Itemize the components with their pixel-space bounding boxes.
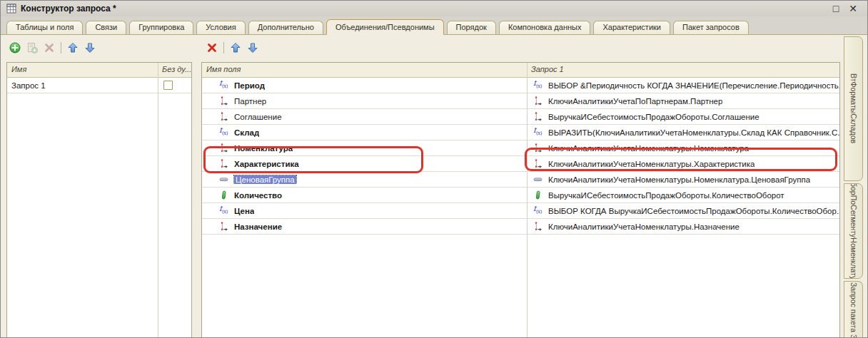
column-header-query1[interactable]: Запрос 1 bbox=[527, 63, 839, 77]
side-tab-strip: ВтФорматыСкладов ОтборПоСегментуНоменкла… bbox=[844, 36, 863, 338]
table-row[interactable]: Соглашение ВыручкаИСебестоимостьПродажОб… bbox=[202, 109, 839, 125]
field-expression: ВыручкаИСебестоимостьПродажОбороты.Согла… bbox=[548, 113, 760, 121]
toolbar-separator bbox=[223, 42, 224, 53]
dimension-icon bbox=[533, 143, 545, 153]
dimension-icon bbox=[533, 112, 545, 121]
side-tab-otborposegmentu[interactable]: ОтборПоСегментуНоменклатуры bbox=[844, 183, 863, 279]
fx-icon: f(x) bbox=[533, 206, 545, 215]
query-designer-window: { "window": { "title": "Конструктор запр… bbox=[0, 0, 868, 338]
column-divider bbox=[527, 63, 528, 338]
plain-field-icon bbox=[219, 175, 231, 184]
tab-tables-fields[interactable]: Таблицы и поля bbox=[6, 21, 83, 34]
field-name: Партнер bbox=[234, 97, 266, 106]
field-expression: ВЫРАЗИТЬ(КлючиАналитикиУчетаНоменклатуры… bbox=[548, 128, 839, 137]
title-bar: Конструктор запроса * □ ✕ bbox=[1, 1, 867, 16]
dimension-icon bbox=[533, 159, 545, 168]
table-row[interactable]: f(x) Цена f(x) ВЫБОР КОГДА ВыручкаИСебес… bbox=[202, 203, 839, 219]
fields-table-header: Имя поля Запрос 1 bbox=[202, 63, 839, 78]
field-name: ЦеноваяГруппа bbox=[234, 175, 296, 184]
query-name[interactable]: Запрос 1 bbox=[7, 81, 158, 90]
field-expression: КлючиАналитикиУчетаНоменклатуры.Характер… bbox=[548, 160, 755, 168]
field-expression: КлючиАналитикиУчетаНоменклатуры.Назначен… bbox=[548, 222, 740, 231]
move-query-down-button[interactable] bbox=[84, 42, 96, 53]
dimension-icon bbox=[219, 112, 231, 121]
delete-field-button[interactable] bbox=[206, 42, 218, 53]
table-row[interactable]: Характеристика КлючиАналитикиУчетаНоменк… bbox=[202, 156, 839, 172]
tab-links[interactable]: Связи bbox=[86, 21, 126, 34]
column-header-no-duplicates[interactable]: Без ду... bbox=[158, 63, 191, 77]
dimension-icon bbox=[219, 159, 231, 168]
copy-query-button[interactable] bbox=[26, 42, 38, 53]
queries-table-header: Имя Без ду... bbox=[7, 63, 191, 78]
field-name: Соглашение bbox=[234, 113, 282, 121]
add-query-button[interactable] bbox=[9, 42, 21, 53]
unions-aliases-page: Имя Без ду... Запрос 1 Имя поля Запрос 1… bbox=[1, 35, 867, 338]
maximize-button[interactable]: □ bbox=[833, 4, 839, 14]
move-query-up-button[interactable] bbox=[67, 42, 79, 53]
table-row[interactable]: Назначение КлючиАналитикиУчетаНоменклату… bbox=[202, 219, 839, 235]
field-name: Назначение bbox=[234, 222, 282, 231]
field-expression: КлючиАналитикиУчетаНоменклатуры.Номенкла… bbox=[548, 144, 749, 153]
field-name: Количество bbox=[234, 191, 282, 200]
field-name: Период bbox=[234, 81, 265, 90]
tab-data-composition[interactable]: Компоновка данных bbox=[499, 21, 591, 34]
fx-icon: f(x) bbox=[219, 81, 231, 90]
field-expression: ВЫБОР КОГДА ВыручкаИСебестоимостьПродажО… bbox=[548, 207, 839, 215]
tab-order[interactable]: Порядок bbox=[447, 21, 496, 34]
side-tab-vtformatysklado[interactable]: ВтФорматыСкладов bbox=[844, 36, 863, 181]
fields-toolbar bbox=[206, 41, 258, 55]
tab-characteristics[interactable]: Характеристики bbox=[593, 21, 670, 34]
dimension-icon bbox=[219, 222, 231, 231]
field-name: Характеристика bbox=[234, 160, 299, 168]
table-row[interactable]: Партнер КлючиАналитикиУчетаПоПартнерам.П… bbox=[202, 93, 839, 109]
dimension-icon bbox=[533, 96, 545, 106]
field-name: Цена bbox=[234, 207, 254, 215]
table-row[interactable]: f(x) Склад f(x) ВЫРАЗИТЬ(КлючиАналитикиУ… bbox=[202, 125, 839, 140]
column-header-field-name[interactable]: Имя поля bbox=[202, 63, 527, 77]
dimension-icon bbox=[219, 143, 231, 153]
table-row[interactable]: Номенклатура КлючиАналитикиУчетаНоменкла… bbox=[202, 140, 839, 156]
tab-bar: Таблицы и поля Связи Группировка Условия… bbox=[1, 16, 867, 35]
field-name: Номенклатура bbox=[234, 144, 293, 153]
column-header-name[interactable]: Имя bbox=[7, 63, 158, 77]
queries-toolbar bbox=[9, 41, 96, 55]
delete-query-button[interactable] bbox=[44, 42, 55, 53]
side-tab-zapros-paketa-3[interactable]: Запрос пакета 3 bbox=[844, 281, 863, 338]
table-row[interactable]: f(x) Период f(x) ВЫБОР &Периодичность КО… bbox=[202, 78, 839, 93]
query-designer-icon bbox=[6, 4, 16, 14]
table-row[interactable]: Запрос 1 bbox=[7, 78, 191, 93]
tab-additional[interactable]: Дополнительно bbox=[248, 21, 323, 34]
tab-conditions[interactable]: Условия bbox=[196, 21, 245, 34]
move-field-up-button[interactable] bbox=[230, 42, 241, 53]
move-field-down-button[interactable] bbox=[247, 42, 258, 53]
field-expression: ВыручкаИСебестоимостьПродажОбороты.Колич… bbox=[548, 191, 784, 200]
dimension-icon bbox=[219, 96, 231, 106]
column-divider bbox=[158, 63, 158, 338]
fx-icon: f(x) bbox=[533, 128, 545, 137]
field-expression: КлючиАналитикиУчетаПоПартнерам.Партнер bbox=[548, 97, 722, 106]
fx-icon: f(x) bbox=[219, 128, 231, 137]
resource-icon bbox=[533, 190, 545, 200]
dimension-icon bbox=[533, 222, 545, 231]
field-expression: КлючиАналитикиУчетаНоменклатуры.Номенкла… bbox=[548, 175, 810, 184]
window-title: Конструктор запроса * bbox=[21, 4, 116, 14]
tab-unions-aliases[interactable]: Объединения/Псевдонимы bbox=[326, 19, 444, 35]
no-duplicates-checkbox[interactable] bbox=[163, 81, 173, 90]
close-button[interactable]: ✕ bbox=[849, 4, 857, 14]
toolbar-separator bbox=[61, 42, 61, 53]
resource-icon bbox=[219, 190, 231, 200]
fields-table: Имя поля Запрос 1 f(x) Период f(x) ВЫБОР… bbox=[201, 62, 840, 338]
queries-table: Имя Без ду... Запрос 1 bbox=[6, 62, 192, 338]
table-row[interactable]: Количество ВыручкаИСебестоимостьПродажОб… bbox=[202, 188, 839, 203]
fx-icon: f(x) bbox=[219, 206, 231, 215]
fx-icon: f(x) bbox=[533, 81, 545, 90]
tab-query-batch[interactable]: Пакет запросов bbox=[673, 21, 749, 34]
tab-grouping[interactable]: Группировка bbox=[129, 21, 193, 34]
field-expression: ВЫБОР &Периодичность КОГДА ЗНАЧЕНИЕ(Пере… bbox=[548, 81, 839, 90]
plain-field-icon bbox=[533, 175, 545, 184]
field-name: Склад bbox=[234, 128, 259, 137]
table-row-selected[interactable]: ЦеноваяГруппа КлючиАналитикиУчетаНоменкл… bbox=[202, 172, 839, 188]
